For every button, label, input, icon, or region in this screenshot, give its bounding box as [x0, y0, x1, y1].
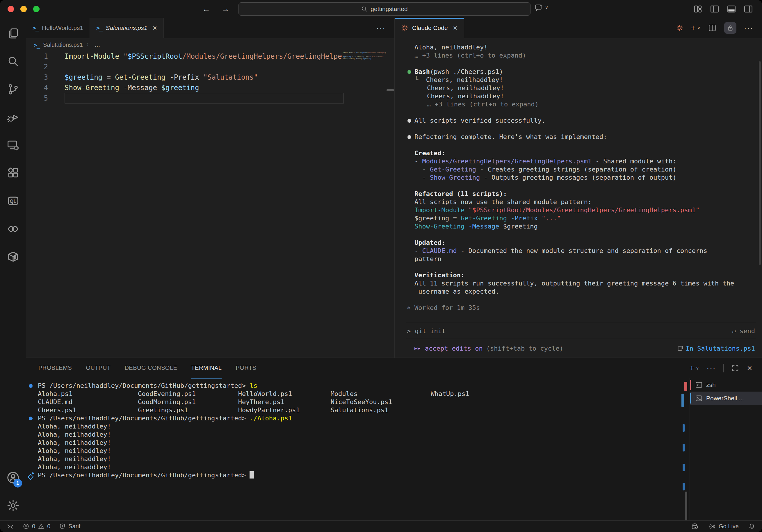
- accounts-icon[interactable]: 1: [0, 466, 26, 489]
- editor-group-right: Claude Code × + ∨: [394, 18, 762, 358]
- extensions-icon[interactable]: [0, 161, 26, 185]
- tab-problems[interactable]: PROBLEMS: [38, 358, 72, 378]
- claude-line: Bash(pwsh ./Cheers.ps1): [395, 68, 762, 76]
- terminal-line: Cheers.ps1 Greetings.ps1 HowdyPartner.ps…: [26, 406, 680, 414]
- zoom-window-button[interactable]: [33, 6, 39, 12]
- code-line: 5: [26, 93, 394, 103]
- toggle-primary-sidebar-icon[interactable]: [710, 4, 720, 14]
- activity-bar: QL 1: [0, 18, 27, 520]
- notifications-bell-icon[interactable]: [748, 523, 756, 530]
- claude-context-file[interactable]: In Salutations.ps1: [677, 345, 755, 352]
- accounts-badge: 1: [13, 479, 22, 488]
- command-center-search[interactable]: gettingstarted: [239, 2, 530, 16]
- sarif-status[interactable]: Sarif: [59, 523, 80, 530]
- tab-output[interactable]: OUTPUT: [86, 358, 111, 378]
- minimap[interactable]: Import-Module "$PSScriptRoot/Modules/Gre…: [343, 52, 386, 62]
- toggle-panel-icon[interactable]: [726, 4, 736, 14]
- claude-prompt-input[interactable]: > git init ↵ send: [395, 323, 762, 339]
- code-line: 2: [26, 62, 394, 72]
- source-control-icon[interactable]: [0, 78, 26, 101]
- new-terminal-icon[interactable]: +: [689, 363, 695, 373]
- claude-line: … +3 lines (ctrl+o to expand): [395, 51, 762, 60]
- tab-terminal[interactable]: TERMINAL: [191, 358, 222, 378]
- close-tab-icon[interactable]: ×: [453, 24, 457, 33]
- search-view-icon[interactable]: [0, 50, 26, 73]
- more-actions-icon[interactable]: ···: [744, 24, 753, 33]
- search-icon: [361, 6, 368, 12]
- terminal-overview-ruler[interactable]: [680, 378, 690, 521]
- claude-line: Verification:: [395, 271, 762, 279]
- editor-scrollbar[interactable]: [387, 89, 394, 91]
- customize-layout-icon[interactable]: [693, 4, 703, 14]
- claude-scrollbar[interactable]: [759, 61, 761, 265]
- back-button[interactable]: ←: [202, 4, 210, 14]
- claude-line: Cheers, neilhaddley!: [395, 92, 762, 100]
- close-tab-icon[interactable]: ×: [153, 24, 157, 33]
- accept-mode-icon: ▶▶: [415, 346, 421, 351]
- minimize-window-button[interactable]: [20, 6, 27, 12]
- settings-gear-icon[interactable]: [0, 494, 26, 517]
- terminal-line: Aloha, neilhaddley!: [26, 431, 680, 439]
- claude-chat-transcript[interactable]: Aloha, neilhaddley!… +3 lines (ctrl+o to…: [395, 38, 762, 309]
- claude-line: All scripts now use the shared module pa…: [395, 198, 762, 206]
- toggle-secondary-sidebar-icon[interactable]: [743, 4, 753, 14]
- terminal-line: Aloha, neilhaddley!: [26, 423, 680, 431]
- claude-line: [395, 231, 762, 239]
- code-editor[interactable]: 1Import-Module "$PSScriptRoot/Modules/Gr…: [26, 51, 394, 358]
- claude-line: [395, 182, 762, 190]
- claude-starburst-icon[interactable]: [676, 25, 683, 32]
- terminal-label: PowerShell ...: [706, 395, 744, 402]
- terminal-icon: [695, 394, 703, 402]
- problems-summary[interactable]: 0 0: [23, 523, 50, 530]
- forward-button[interactable]: →: [221, 4, 229, 14]
- tab-ports[interactable]: PORTS: [236, 358, 256, 378]
- terminal-status-bar: [690, 380, 691, 390]
- terminal-output[interactable]: PS /Users/neilhaddley/Documents/GitHub/g…: [26, 378, 680, 521]
- command-decoration-icon[interactable]: [29, 384, 33, 388]
- terminal-line: PS /Users/neilhaddley/Documents/GitHub/g…: [26, 414, 680, 423]
- close-panel-icon[interactable]: ×: [747, 363, 752, 373]
- tab-helloworld[interactable]: >_ HelloWorld.ps1: [26, 18, 90, 38]
- chat-button[interactable]: ∨: [535, 4, 548, 12]
- tab-claude-code[interactable]: Claude Code ×: [395, 18, 464, 38]
- chevron-down-icon[interactable]: ∨: [697, 25, 700, 31]
- accept-mode-label[interactable]: accept edits on: [425, 345, 483, 352]
- explorer-icon[interactable]: [0, 22, 26, 45]
- remote-indicator[interactable]: [6, 523, 14, 530]
- claude-line: - Modules/GreetingHelpers/GreetingHelper…: [395, 157, 762, 166]
- claude-line: Aloha, neilhaddley!: [395, 43, 762, 51]
- run-debug-icon[interactable]: [0, 105, 26, 129]
- remote-explorer-icon[interactable]: [0, 133, 26, 157]
- claude-line: Show-Greeting -Message $greeting: [395, 223, 762, 231]
- terminal-line: Aloha, neilhaddley!: [26, 455, 680, 463]
- terminal-line: PS /Users/neilhaddley/Documents/GitHub/g…: [26, 471, 680, 479]
- go-live-button[interactable]: Go Live: [709, 523, 739, 530]
- container-icon[interactable]: [0, 245, 26, 268]
- lock-icon[interactable]: [724, 22, 736, 34]
- tab-debug-console[interactable]: DEBUG CONSOLE: [124, 358, 177, 378]
- breadcrumb[interactable]: >_ Salutations.ps1 〉 …: [26, 38, 394, 51]
- more-editor-actions-icon[interactable]: ···: [376, 24, 386, 33]
- codeql-icon[interactable]: QL: [0, 189, 26, 213]
- chat-sparkle-icon: [535, 4, 543, 12]
- chevron-down-icon[interactable]: ∨: [696, 366, 699, 371]
- terminal-more-actions-icon[interactable]: ···: [707, 364, 716, 373]
- claude-line: [395, 263, 762, 271]
- terminal-list-item[interactable]: zsh: [690, 378, 762, 392]
- terminal-list-item[interactable]: PowerShell ...: [690, 392, 762, 405]
- maximize-panel-icon[interactable]: [731, 364, 739, 372]
- terminal-line: Aloha, neilhaddley!: [26, 463, 680, 471]
- divider: [723, 364, 724, 372]
- copilot-status[interactable]: [690, 522, 699, 531]
- terminal-line: Aloha, neilhaddley!: [26, 447, 680, 455]
- send-button[interactable]: ↵ send: [732, 327, 755, 335]
- split-editor-icon[interactable]: [708, 24, 717, 32]
- new-chat-icon[interactable]: +: [691, 23, 696, 33]
- close-window-button[interactable]: [8, 6, 14, 12]
- tab-salutations[interactable]: >_ Salutations.ps1 ×: [90, 18, 164, 38]
- terminal-sparkle-icon[interactable]: [28, 472, 35, 479]
- command-decoration-icon[interactable]: [29, 417, 33, 420]
- code-line: 3$greeting = Get-Greeting -Prefix "Salut…: [26, 72, 394, 83]
- accept-mode-hint: (shift+tab to cycle): [486, 345, 563, 352]
- link-rings-icon[interactable]: [0, 217, 26, 240]
